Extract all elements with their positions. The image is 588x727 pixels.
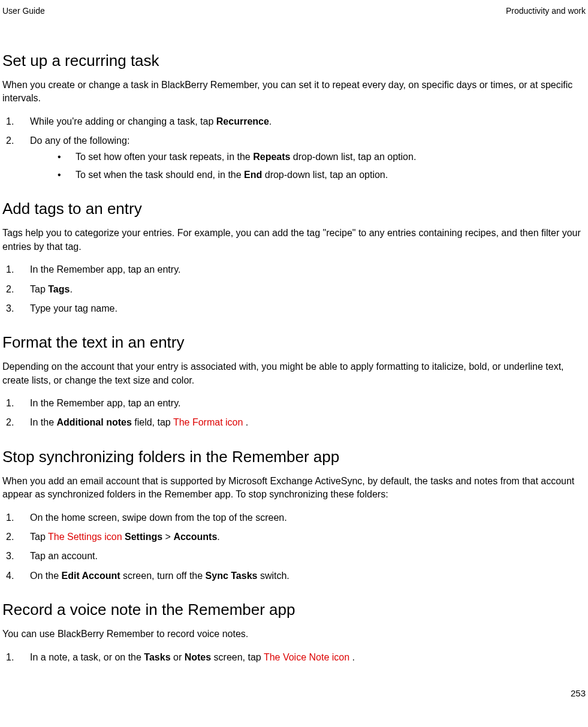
step-item: Do any of the following: To set how ofte… <box>6 134 586 182</box>
label-end: End <box>244 170 262 180</box>
step-item: Type your tag name. <box>6 302 586 315</box>
bullet-text: drop-down list, tap an option. <box>262 170 388 180</box>
bullet-item: To set when the task should end, in the … <box>58 168 586 182</box>
step-text: In the Remember app, tap an entry. <box>30 398 180 408</box>
step-text: or <box>171 652 185 662</box>
step-text: Tap <box>30 284 48 294</box>
step-text: While you're adding or changing a task, … <box>30 116 216 126</box>
header-left: User Guide <box>2 6 45 16</box>
voice-note-icon: The Voice Note icon <box>264 652 349 662</box>
intro-stop-sync: When you add an email account that is su… <box>2 475 586 502</box>
step-text: Type your tag name. <box>30 303 117 313</box>
step-item: While you're adding or changing a task, … <box>6 115 586 128</box>
page-number: 253 <box>2 688 586 698</box>
intro-add-tags: Tags help you to categorize your entries… <box>2 227 586 254</box>
step-text: screen, turn off the <box>120 571 206 581</box>
sub-bullets: To set how often your task repeats, in t… <box>30 150 586 182</box>
steps-format-text: In the Remember app, tap an entry. In th… <box>2 397 586 430</box>
step-item: In the Remember app, tap an entry. <box>6 397 586 410</box>
step-item: On the Edit Account screen, turn off the… <box>6 569 586 583</box>
step-text: In the Remember app, tap an entry. <box>30 264 180 274</box>
bullet-item: To set how often your task repeats, in t… <box>58 150 586 164</box>
steps-add-tags: In the Remember app, tap an entry. Tap T… <box>2 263 586 315</box>
step-text: screen, tap <box>211 652 264 662</box>
step-text: . <box>349 652 355 662</box>
intro-recurring-task: When you create or change a task in Blac… <box>2 79 586 105</box>
settings-icon: The Settings icon <box>48 532 122 542</box>
step-item: Tap an account. <box>6 550 586 563</box>
label-notes: Notes <box>185 652 211 662</box>
step-text: Tap an account. <box>30 551 98 561</box>
heading-stop-sync: Stop synchronizing folders in the Rememb… <box>2 448 586 466</box>
step-item: In the Remember app, tap an entry. <box>6 263 586 276</box>
label-edit-account: Edit Account <box>61 571 120 581</box>
heading-recurring-task: Set up a recurring task <box>2 52 586 70</box>
step-item: On the home screen, swipe down from the … <box>6 511 586 524</box>
step-text: Do any of the following: <box>30 135 129 146</box>
page-header: User Guide Productivity and work <box>2 6 586 16</box>
step-text: On the home screen, swipe down from the … <box>30 512 287 523</box>
steps-stop-sync: On the home screen, swipe down from the … <box>2 511 586 583</box>
steps-recurring-task: While you're adding or changing a task, … <box>2 115 586 182</box>
step-text: In the <box>30 417 56 427</box>
bullet-text: drop-down list, tap an option. <box>290 152 416 162</box>
step-item: Tap The Settings icon Settings > Account… <box>6 530 586 544</box>
step-text: Tap <box>30 532 48 542</box>
label-additional-notes: Additional notes <box>56 417 131 427</box>
step-item: Tap Tags. <box>6 283 586 296</box>
step-item: In the Additional notes field, tap The F… <box>6 416 586 429</box>
bullet-text: To set how often your task repeats, in t… <box>76 152 253 162</box>
label-repeats: Repeats <box>253 152 290 162</box>
label-accounts: Accounts <box>173 532 217 542</box>
label-tags: Tags <box>48 284 70 294</box>
step-text: In a note, a task, or on the <box>30 652 144 662</box>
step-text: switch. <box>257 571 289 581</box>
format-icon: The Format icon <box>173 417 243 427</box>
intro-voice-note: You can use BlackBerry Remember to recor… <box>2 628 586 641</box>
step-text: . <box>217 532 219 542</box>
intro-format-text: Depending on the account that your entry… <box>2 360 586 387</box>
header-right: Productivity and work <box>506 6 586 16</box>
step-text: On the <box>30 571 61 581</box>
steps-voice-note: In a note, a task, or on the Tasks or No… <box>2 651 586 664</box>
step-text: field, tap <box>132 417 173 427</box>
heading-voice-note: Record a voice note in the Remember app <box>2 601 586 619</box>
label-sync-tasks: Sync Tasks <box>206 571 258 581</box>
heading-add-tags: Add tags to an entry <box>2 200 586 218</box>
label-settings: Settings <box>125 532 162 542</box>
step-item: In a note, a task, or on the Tasks or No… <box>6 651 586 664</box>
label-tasks: Tasks <box>144 652 170 662</box>
step-text: > <box>162 532 173 542</box>
heading-format-text: Format the text in an entry <box>2 333 586 352</box>
bullet-text: To set when the task should end, in the <box>76 170 244 180</box>
label-recurrence: Recurrence <box>216 116 269 126</box>
step-text: . <box>243 417 248 427</box>
step-text: . <box>70 284 72 294</box>
step-text: . <box>269 116 272 126</box>
